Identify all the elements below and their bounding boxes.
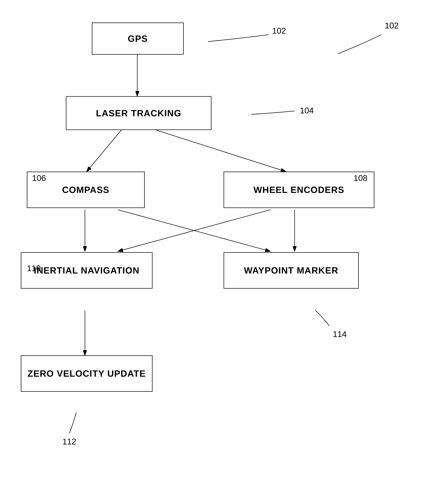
- ref-102: 102: [272, 26, 286, 36]
- ref-104: 104: [300, 106, 314, 115]
- diagram-arrows: [0, 0, 448, 485]
- svg-line-2: [87, 130, 121, 172]
- ref-100: 102: [385, 21, 399, 30]
- diagram-container: GPS LASER TRACKING COMPASS WHEEL ENCODER…: [0, 0, 448, 485]
- ref-112: 112: [62, 437, 76, 446]
- zero-velocity-update-box: ZERO VELOCITY UPDATE: [21, 355, 152, 392]
- waypoint-marker-box: WAYPOINT MARKER: [224, 252, 359, 289]
- svg-line-3: [156, 130, 286, 172]
- gps-box: GPS: [92, 23, 184, 55]
- ref-108: 108: [353, 173, 368, 183]
- laser-tracking-box: LASER TRACKING: [66, 96, 211, 130]
- ref-114: 114: [333, 329, 347, 339]
- wheel-encoders-box: WHEEL ENCODERS: [224, 172, 374, 208]
- ref-110: 110: [27, 263, 41, 273]
- ref-106: 106: [32, 173, 46, 183]
